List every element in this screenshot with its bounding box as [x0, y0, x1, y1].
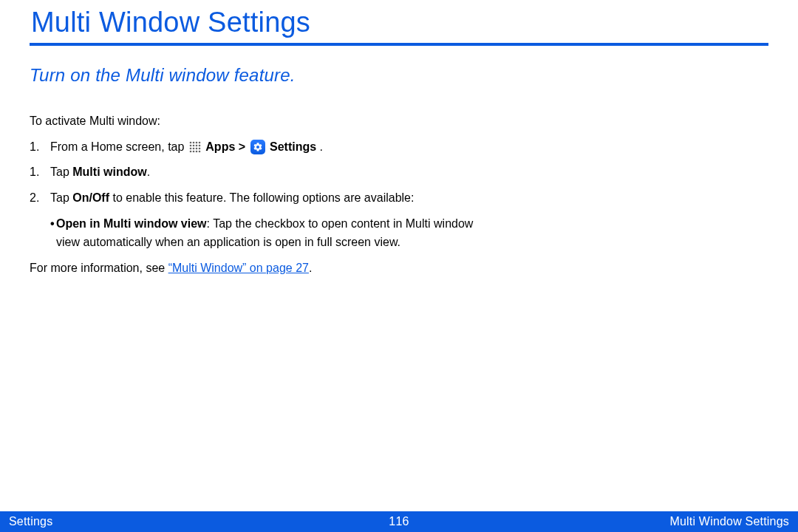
title-rule — [30, 43, 768, 46]
svg-point-4 — [190, 145, 192, 147]
svg-point-7 — [199, 145, 201, 147]
svg-point-11 — [199, 148, 201, 150]
more-info-link[interactable]: “Multi Window” on page 27 — [168, 262, 309, 274]
more-info: For more information, see “Multi Window”… — [30, 259, 488, 278]
svg-point-6 — [196, 145, 198, 147]
more-info-post: . — [309, 262, 312, 274]
step-3-body: Tap On/Off to enable this feature. The f… — [50, 189, 488, 208]
intro-text: To activate Multi window: — [30, 112, 488, 131]
step-2-bold: Multi window — [72, 166, 146, 178]
step-1-body: From a Home screen, tap Apps > — [50, 138, 488, 157]
settings-icon — [250, 140, 265, 154]
step-1: 1. From a Home screen, tap — [30, 138, 488, 157]
step-3-bold: On/Off — [72, 191, 109, 204]
svg-point-3 — [199, 142, 201, 144]
svg-point-14 — [196, 151, 198, 153]
step-3-pre: Tap — [50, 191, 72, 204]
svg-point-10 — [196, 148, 198, 150]
svg-point-2 — [196, 142, 198, 144]
svg-point-1 — [193, 142, 195, 144]
step-1-gt: > — [239, 140, 249, 153]
svg-point-0 — [190, 142, 192, 144]
step-2-body: Tap Multi window. — [50, 163, 488, 182]
footer-page-number: 116 — [0, 515, 798, 528]
bullet-bold: Open in Multi window view — [56, 217, 207, 230]
content-area: Multi Window Settings Turn on the Multi … — [0, 0, 798, 277]
body: To activate Multi window: 1. From a Home… — [30, 112, 488, 278]
document-page: Multi Window Settings Turn on the Multi … — [0, 0, 798, 532]
svg-point-9 — [193, 148, 195, 150]
svg-point-15 — [199, 151, 201, 153]
step-3: 2. Tap On/Off to enable this feature. Th… — [30, 189, 488, 208]
page-title: Multi Window Settings — [30, 7, 768, 38]
step-1-end: . — [320, 140, 323, 153]
step-1-pre: From a Home screen, tap — [50, 140, 188, 153]
bullet-1: • Open in Multi window view: Tap the che… — [30, 215, 488, 252]
svg-point-12 — [190, 151, 192, 153]
step-2-post: . — [147, 166, 150, 178]
step-2-number: 1. — [30, 163, 50, 182]
subtitle: Turn on the Multi window feature. — [30, 65, 768, 86]
bullet-mark: • — [30, 215, 50, 252]
svg-point-5 — [193, 145, 195, 147]
apps-label: Apps — [205, 140, 235, 153]
step-1-number: 1. — [30, 138, 50, 157]
bullet-body: Open in Multi window view: Tap the check… — [50, 215, 488, 252]
step-2-pre: Tap — [50, 166, 72, 178]
step-3-number: 2. — [30, 189, 50, 208]
step-3-post: to enable this feature. The following op… — [109, 191, 414, 204]
apps-icon — [189, 141, 201, 153]
footer: Settings 116 Multi Window Settings — [0, 511, 798, 532]
settings-label: Settings — [270, 140, 316, 153]
svg-point-8 — [190, 148, 192, 150]
step-2: 1. Tap Multi window. — [30, 163, 488, 182]
svg-point-13 — [193, 151, 195, 153]
more-info-pre: For more information, see — [30, 262, 168, 274]
